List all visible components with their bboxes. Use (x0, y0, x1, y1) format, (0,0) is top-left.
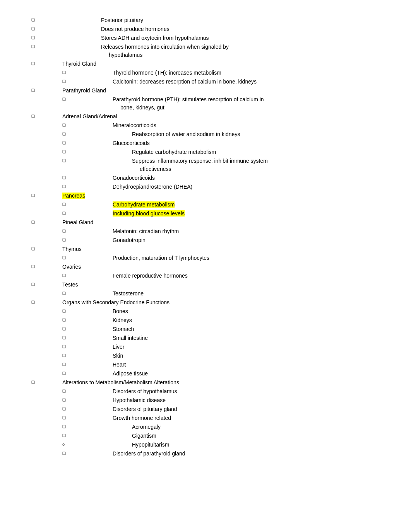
thyroid-children: Thyroid hormone (TH): increases metaboli… (62, 69, 380, 86)
alterations-section: Alterations to Metabolism/Metabolism Alt… (31, 379, 380, 458)
testes-item: Testes Testosterone (31, 281, 380, 298)
pancreas-label: Pancreas (62, 193, 85, 199)
list-item: Stomach (62, 325, 380, 333)
list-item: Adipose tissue (62, 370, 380, 378)
list-item: Posterior pituitary (31, 16, 380, 24)
adrenal-children: Mineralocorticoids Reabsorption of water… (62, 121, 380, 191)
testes-section: Testes Testosterone (31, 281, 380, 298)
document-content: Posterior pituitary Does not produce hor… (31, 16, 380, 458)
list-item: Testosterone (62, 290, 380, 298)
list-item: Disorders of hypothalamus (62, 387, 380, 396)
list-item: Thyroid hormone (TH): increases metaboli… (62, 69, 380, 77)
list-item: Hypopituitarism (62, 441, 380, 449)
adrenal-label: Adrenal Gland/Adrenal (62, 113, 117, 119)
carbohydrate-metabolism-item: Carbohydrate metabolism (62, 201, 380, 209)
organs-label: Organs with Secondary Endocrine Function… (62, 299, 170, 305)
list-item: Stores ADH and oxytocin from hypothalamu… (31, 34, 380, 42)
list-item: Glucocorticoids (62, 139, 380, 147)
list-item: Calcitonin: decreases resorption of calc… (62, 78, 380, 86)
pancreas-section: Pancreas Carbohydrate metabolism Includi… (31, 192, 380, 218)
ovaries-item: Ovaries Female reproductive hormones (31, 263, 380, 280)
testes-label: Testes (62, 281, 78, 288)
pancreas-item: Pancreas Carbohydrate metabolism Includi… (31, 192, 380, 218)
posterior-pituitary-list: Posterior pituitary Does not produce hor… (31, 16, 380, 59)
list-item: Liver (62, 343, 380, 351)
list-item: Kidneys (62, 316, 380, 324)
testes-children: Testosterone (62, 290, 380, 298)
list-item: Regulate carbohydrate metabolism (62, 148, 380, 156)
alterations-label: Alterations to Metabolism/Metabolism Alt… (62, 379, 179, 385)
ovaries-section: Ovaries Female reproductive hormones (31, 263, 380, 280)
ovaries-children: Female reproductive hormones (62, 272, 380, 280)
adrenal-section: Adrenal Gland/Adrenal Mineralocorticoids… (31, 113, 380, 191)
list-item: Dehydroepiandrosterone (DHEA) (62, 183, 380, 191)
carbohydrate-metabolism-label: Carbohydrate metabolism (113, 201, 175, 208)
list-item: Hypothalamic disease (62, 396, 380, 404)
pancreas-children: Carbohydrate metabolism Including blood … (62, 201, 380, 218)
list-item: Heart (62, 361, 380, 369)
list-item: Acromegaly (62, 423, 380, 431)
ovaries-label: Ovaries (62, 264, 81, 270)
list-item: Disorders of pituitary gland (62, 405, 380, 413)
list-item: Melatonin: circadian rhythm (62, 227, 380, 235)
parathyroid-section: Parathyroid Gland Parathyroid hormone (P… (31, 87, 380, 112)
organs-item: Organs with Secondary Endocrine Function… (31, 298, 380, 378)
list-item: Reabsorption of water and sodium in kidn… (62, 130, 380, 138)
list-item: Gonadocorticoids (62, 174, 380, 182)
pineal-children: Melatonin: circadian rhythm Gonadotropin (62, 227, 380, 244)
list-item: Female reproductive hormones (62, 272, 380, 280)
list-item: Does not produce hormones (31, 25, 380, 33)
thymus-children: Production, maturation of T lymphocytes (62, 254, 380, 262)
list-item: Production, maturation of T lymphocytes (62, 254, 380, 262)
alterations-children: Disorders of hypothalamus Hypothalamic d… (62, 387, 380, 458)
blood-glucose-item: Including blood glucose levels (62, 210, 380, 218)
list-item: Parathyroid hormone (PTH): stimulates re… (62, 95, 380, 112)
parathyroid-label: Parathyroid Gland (62, 87, 106, 94)
parathyroid-item: Parathyroid Gland Parathyroid hormone (P… (31, 87, 380, 112)
organs-section: Organs with Secondary Endocrine Function… (31, 298, 380, 378)
list-item: Gigantism (62, 432, 380, 440)
thymus-item: Thymus Production, maturation of T lymph… (31, 245, 380, 262)
thymus-label: Thymus (62, 246, 82, 252)
list-item: Skin (62, 352, 380, 360)
pineal-label: Pineal Gland (62, 219, 93, 225)
list-item: Mineralocorticoids (62, 121, 380, 130)
thyroid-gland-section: Thyroid Gland Thyroid hormone (TH): incr… (31, 60, 380, 86)
parathyroid-children: Parathyroid hormone (PTH): stimulates re… (62, 95, 380, 112)
pineal-item: Pineal Gland Melatonin: circadian rhythm… (31, 218, 380, 244)
thymus-section: Thymus Production, maturation of T lymph… (31, 245, 380, 262)
list-item: Small intestine (62, 334, 380, 342)
adrenal-item: Adrenal Gland/Adrenal Mineralocorticoids… (31, 113, 380, 191)
list-item: Gonadotropin (62, 236, 380, 244)
thyroid-gland-item: Thyroid Gland Thyroid hormone (TH): incr… (31, 60, 380, 86)
growth-hormone-children: Acromegaly Gigantism Hypopituitarism (62, 423, 380, 449)
list-item: Releases hormones into circulation when … (31, 43, 380, 59)
thyroid-gland-label: Thyroid Gland (62, 61, 96, 67)
list-item: Suppress inflammatory response, inhibit … (62, 157, 380, 173)
pineal-section: Pineal Gland Melatonin: circadian rhythm… (31, 218, 380, 244)
blood-glucose-label: Including blood glucose levels (113, 210, 185, 217)
list-item: Disorders of parathyroid gland (62, 450, 380, 458)
list-item: Bones (62, 307, 380, 315)
list-item: Growth hormone related (62, 414, 380, 422)
organs-children: Bones Kidneys Stomach Small intestine Li… (62, 307, 380, 378)
alterations-item: Alterations to Metabolism/Metabolism Alt… (31, 379, 380, 458)
